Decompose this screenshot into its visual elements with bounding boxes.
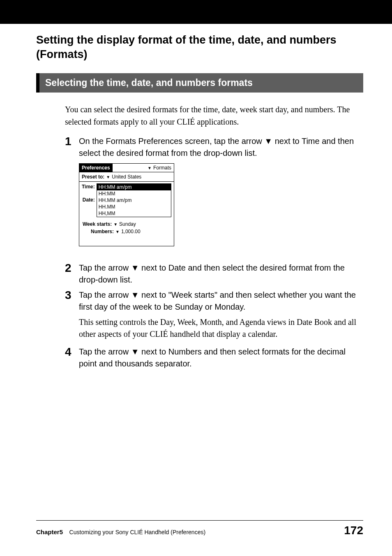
date-label: Date:	[82, 197, 97, 203]
dropdown-option: HH,MM	[97, 210, 171, 217]
screen-menu: ▼ Formats	[145, 164, 174, 172]
chapter-label: Chapter5	[36, 528, 63, 535]
arrow-down-icon: ▼	[131, 347, 139, 356]
step-3: 3 Tap the arrow ▼ next to "Week starts" …	[65, 289, 359, 313]
preferences-screen: Preferences ▼ Formats Preset to: ▼ Unite…	[79, 163, 174, 246]
footer-row: Chapter5 Customizing your Sony CLIÉ Hand…	[36, 524, 363, 537]
step-instruction: Tap the arrow ▼ next to Date and then se…	[79, 262, 359, 286]
numbers-row: Numbers: ▼ 1,000.00	[83, 229, 171, 234]
preset-row: Preset to: ▼ United States	[79, 172, 174, 182]
chapter-desc: Customizing your Sony CLIÉ Handheld (Pre…	[69, 529, 206, 535]
footer-rule	[36, 520, 363, 521]
step-text: Tap the arrow	[79, 347, 131, 356]
dropdown-icon: ▼	[115, 229, 120, 234]
page-number: 172	[344, 524, 363, 537]
spacer	[82, 210, 97, 216]
page-footer: Chapter5 Customizing your Sony CLIÉ Hand…	[0, 520, 392, 537]
step-text: Tap the arrow	[79, 263, 131, 272]
dropdown-icon: ▼	[113, 222, 118, 227]
page-title: Setting the display format of the time, …	[36, 33, 363, 62]
spacer	[82, 190, 97, 197]
arrow-down-icon: ▼	[131, 290, 139, 299]
step-instruction: Tap the arrow ▼ next to "Week starts" an…	[79, 289, 359, 313]
week-label: Week starts:	[83, 221, 112, 227]
dropdown-option: HH:MM	[97, 190, 171, 197]
page: Setting the display format of the time, …	[0, 0, 392, 556]
header-bar	[0, 0, 392, 24]
step-2: 2 Tap the arrow ▼ next to Date and then …	[65, 262, 359, 286]
format-labels: Time: Date:	[79, 182, 97, 219]
screen-title: Preferences	[79, 164, 113, 172]
section-heading: Selecting the time, date, and numbers fo…	[36, 73, 363, 93]
screenshot: Preferences ▼ Formats Preset to: ▼ Unite…	[79, 163, 363, 246]
step-3-note: This setting controls the Day, Week, Mon…	[79, 316, 359, 340]
dropdown-option: HH.MM	[97, 204, 171, 210]
spacer	[82, 203, 97, 210]
step-number: 3	[65, 289, 79, 313]
content: Setting the display format of the time, …	[0, 24, 392, 370]
step-1: 1 On the Formats Preferences screen, tap…	[65, 135, 359, 159]
preset-label: Preset to:	[82, 174, 104, 180]
step-instruction: On the Formats Preferences screen, tap t…	[79, 135, 359, 159]
numbers-label: Numbers:	[91, 229, 114, 234]
step-text: Tap the arrow	[79, 290, 131, 299]
screen-menu-label: Formats	[153, 165, 171, 171]
step-4: 4 Tap the arrow ▼ next to Numbers and th…	[65, 346, 359, 370]
numbers-value: 1,000.00	[121, 229, 141, 234]
step-number: 1	[65, 135, 79, 159]
step-text: On the Formats Preferences screen, tap t…	[79, 137, 264, 146]
arrow-down-icon: ▼	[264, 137, 272, 146]
step-number: 2	[65, 262, 79, 286]
intro-text: You can select the desired formats for t…	[65, 103, 359, 128]
formats-grid: Time: Date: HH:MM am/pm HH:MM HH.MM am/p…	[79, 182, 174, 219]
footer-left: Chapter5 Customizing your Sony CLIÉ Hand…	[36, 528, 205, 535]
time-label: Time:	[82, 183, 97, 190]
step-instruction: Tap the arrow ▼ next to Numbers and then…	[79, 346, 359, 370]
week-value: Sunday	[119, 221, 136, 227]
preset-value: United States	[112, 174, 141, 180]
lower-rows: Week starts: ▼ Sunday Numbers: ▼ 1,000.0…	[79, 219, 174, 246]
week-starts-row: Week starts: ▼ Sunday	[83, 221, 171, 227]
screen-titlebar: Preferences ▼ Formats	[79, 164, 174, 172]
dropdown-icon: ▼	[148, 166, 152, 170]
dropdown-icon: ▼	[106, 175, 110, 179]
arrow-down-icon: ▼	[131, 263, 139, 272]
dropdown-option-selected: HH:MM am/pm	[97, 184, 171, 190]
time-dropdown-open: HH:MM am/pm HH:MM HH.MM am/pm HH.MM HH,M…	[97, 183, 171, 217]
dropdown-option: HH.MM am/pm	[97, 197, 171, 204]
step-number: 4	[65, 346, 79, 370]
